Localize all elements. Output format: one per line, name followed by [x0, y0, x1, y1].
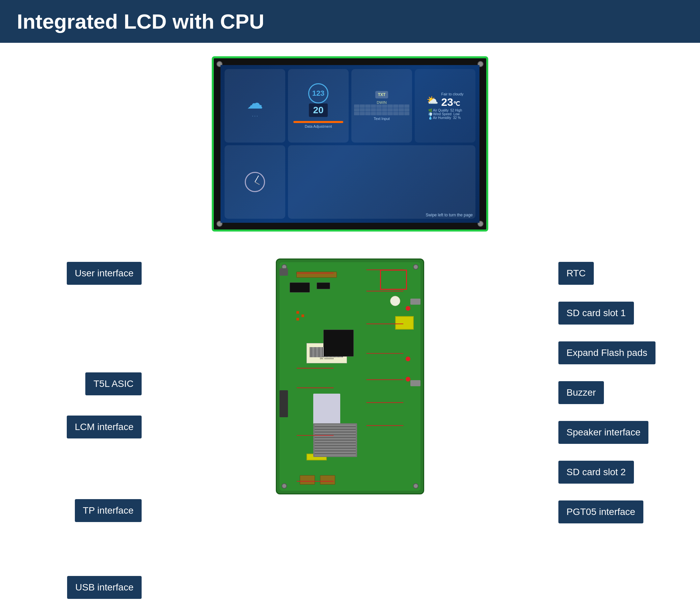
right-label-row-1: RTC [558, 262, 680, 285]
speaker-interface-label: Speaker interface [558, 421, 649, 444]
pcb-red-box [380, 270, 407, 290]
clock-face [245, 172, 265, 192]
left-label-row-1: User interface [20, 262, 142, 285]
pcb-main-chip [323, 330, 354, 356]
pcb-center: SN: xxxxxxxx [145, 252, 555, 494]
cloud-dots: · · · [252, 114, 258, 118]
board-diagram-section: User interface T5L ASIC LCM interface TP… [0, 252, 700, 610]
right-label-row-6: SD card slot 2 [558, 461, 680, 484]
air-humidity-stat: 💧 Air Humidity 32 % [428, 116, 462, 119]
barcode-text: SN: xxxxxxxx [320, 357, 334, 359]
sd-card-slot-1-label: SD card slot 1 [558, 302, 634, 324]
sd-card-slot-2-label: SD card slot 2 [558, 461, 634, 484]
user-interface-label: User interface [67, 262, 142, 285]
lcd-screen: ☁ · · · 123 20 Data Adjustment TXT DWIN [220, 65, 480, 223]
heatsink-fins [315, 424, 356, 456]
page-header: Integrated LCD with CPU [0, 0, 700, 43]
lcd-swipe-area: Swipe left to turn the page [288, 145, 476, 219]
weather-desc: Fair to cloudy [441, 92, 463, 96]
buzzer-label: Buzzer [558, 381, 604, 404]
left-label-row-3: LCM interface [20, 416, 142, 438]
rtc-label: RTC [558, 262, 594, 285]
pcb-sd-slot-2 [410, 380, 420, 386]
pcb-red-dot-1 [406, 306, 410, 311]
pcb-yellow-1 [395, 316, 414, 330]
pcb-red-dot-2 [406, 356, 410, 361]
tp-interface-label: TP interface [75, 499, 142, 522]
pcb-inner: SN: xxxxxxxx [280, 262, 420, 491]
right-label-row-5: Speaker interface [558, 421, 680, 444]
wind-speed-stat: 💨 Wind Speed Low [428, 112, 462, 116]
right-labels-container: RTC SD card slot 1 Expand Flash pads Buz… [555, 262, 680, 524]
dwin-label: DWIN [377, 100, 386, 105]
weather-stats: 🌿 Air Quality 52 High 💨 Wind Speed Low 💧… [428, 109, 462, 119]
usb-interface-label: USB interface [67, 576, 142, 599]
right-label-row-2: SD card slot 1 [558, 302, 680, 324]
pcb-resistor-1 [296, 311, 299, 314]
pcb-tp-slot [280, 390, 288, 417]
left-label-row-2: T5L ASIC [20, 372, 142, 395]
pcb-cap [390, 296, 400, 306]
right-label-row-4: Buzzer [558, 381, 680, 404]
page-title: Integrated LCD with CPU [17, 10, 683, 33]
lcd-data-label: Data Adjustment [305, 124, 332, 128]
lcd-display-section: ☁ · · · 123 20 Data Adjustment TXT DWIN [0, 56, 700, 231]
txt-icon: TXT [375, 91, 388, 98]
left-labels-container: User interface T5L ASIC LCM interface TP… [20, 262, 145, 599]
pcb-screw-br [413, 483, 418, 489]
pcb-resistor-2 [301, 315, 304, 317]
lcd-text-label: Text Input [374, 117, 390, 121]
lcd-digits-display: 20 [309, 103, 327, 117]
weather-temp: 23℃ [441, 96, 463, 109]
pcb-red-dot-3 [406, 377, 410, 382]
right-label-row-7: PGT05 interface [558, 500, 680, 524]
swipe-hint: Swipe left to turn the page [426, 213, 473, 218]
pcb-heatsink [313, 423, 357, 457]
pcb-screw-bl [282, 483, 287, 489]
lcd-slider [293, 121, 343, 123]
cloud-icon: ☁ [247, 93, 263, 112]
pcb-chip-2 [317, 283, 330, 289]
pcb-chip-1 [290, 283, 310, 292]
pcb-board: SN: xxxxxxxx [276, 258, 424, 494]
pcb-screw-tr [413, 264, 418, 270]
lcd-keyboard [354, 105, 409, 115]
air-quality-stat: 🌿 Air Quality 52 High [428, 109, 462, 112]
left-label-row-5: USB interface [20, 576, 142, 599]
lcd-widget-text: TXT DWIN Text Input [351, 69, 412, 143]
lcd-counter-circle: 123 [308, 83, 328, 103]
weather-top: ⛅ Fair to cloudy 23℃ [426, 92, 463, 109]
pcb-left-conn-1 [280, 268, 288, 276]
degree-unit: ℃ [453, 100, 460, 107]
lcd-slider-area [293, 119, 343, 123]
pgt05-interface-label: PGT05 interface [558, 500, 643, 524]
lcd-widget-weather: ⛅ Fair to cloudy 23℃ 🌿 Air Quality 52 Hi… [415, 69, 476, 143]
lcd-frame: ☁ · · · 123 20 Data Adjustment TXT DWIN [212, 56, 488, 231]
lcd-widget-counter: 123 20 Data Adjustment [288, 69, 349, 143]
lcd-widget-cloud: ☁ · · · [224, 69, 285, 143]
expand-flash-pads-label: Expand Flash pads [558, 341, 655, 364]
t5l-asic-label: T5L ASIC [85, 372, 142, 395]
lcm-interface-label: LCM interface [67, 416, 142, 438]
pcb-usb-2 [320, 475, 335, 485]
sun-cloud-icon: ⛅ [426, 95, 438, 106]
left-label-row-4: TP interface [20, 499, 142, 522]
right-label-row-3: Expand Flash pads [558, 341, 680, 364]
pcb-usb-1 [300, 475, 315, 485]
pcb-resistor-3 [296, 318, 299, 321]
lcd-widget-clock [224, 145, 285, 219]
board-layout: User interface T5L ASIC LCM interface TP… [20, 252, 680, 599]
pcb-sd-slot-1 [410, 299, 420, 305]
pcb-top-connector [296, 272, 337, 278]
